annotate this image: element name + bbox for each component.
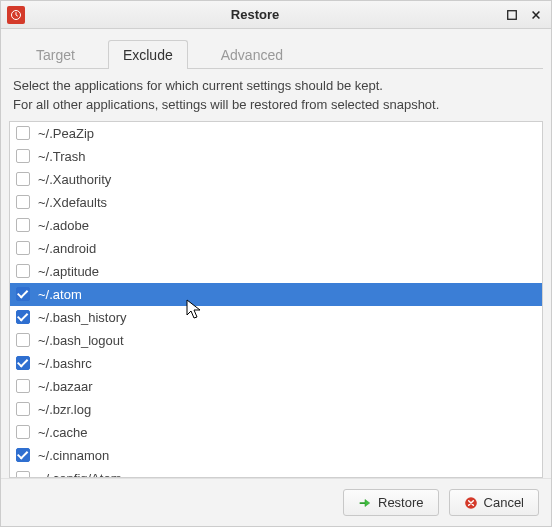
content-area: TargetExcludeAdvanced Select the applica… [1,29,551,478]
list-item-label: ~/.atom [38,287,82,302]
dialog-footer: Restore Cancel [1,478,551,526]
list-item[interactable]: ~/.config/Atom [10,467,542,477]
list-item[interactable]: ~/.PeaZip [10,122,542,145]
cancel-button[interactable]: Cancel [449,489,539,516]
checkbox[interactable] [16,425,30,439]
cancel-button-label: Cancel [484,495,524,510]
list-item-label: ~/.Xauthority [38,172,111,187]
exclude-list-scroll[interactable]: ~/.PeaZip~/.Trash~/.Xauthority~/.Xdefaul… [10,122,542,477]
maximize-icon[interactable] [503,6,521,24]
list-item[interactable]: ~/.bash_history [10,306,542,329]
checkbox[interactable] [16,126,30,140]
list-item-label: ~/.Trash [38,149,86,164]
tab-target[interactable]: Target [21,40,90,69]
list-item-label: ~/.PeaZip [38,126,94,141]
checkbox[interactable] [16,149,30,163]
restore-window: Restore TargetExcludeAdvanced Select the… [0,0,552,527]
tab-advanced[interactable]: Advanced [206,40,298,69]
window-title: Restore [7,7,503,22]
list-item-label: ~/.cinnamon [38,448,109,463]
list-item[interactable]: ~/.atom [10,283,542,306]
list-item[interactable]: ~/.Xdefaults [10,191,542,214]
checkbox[interactable] [16,402,30,416]
list-item-label: ~/.config/Atom [38,471,121,477]
list-item[interactable]: ~/.bzr.log [10,398,542,421]
checkbox[interactable] [16,287,30,301]
list-item[interactable]: ~/.bashrc [10,352,542,375]
checkbox[interactable] [16,310,30,324]
checkbox[interactable] [16,448,30,462]
list-item-label: ~/.bash_history [38,310,127,325]
list-item-label: ~/.bzr.log [38,402,91,417]
list-item-label: ~/.bashrc [38,356,92,371]
checkbox[interactable] [16,333,30,347]
list-item[interactable]: ~/.adobe [10,214,542,237]
list-item-label: ~/.aptitude [38,264,99,279]
list-item[interactable]: ~/.cache [10,421,542,444]
checkbox[interactable] [16,356,30,370]
list-item[interactable]: ~/.cinnamon [10,444,542,467]
checkbox[interactable] [16,241,30,255]
checkbox[interactable] [16,218,30,232]
restore-button[interactable]: Restore [343,489,439,516]
window-controls [503,6,545,24]
checkbox[interactable] [16,264,30,278]
checkbox[interactable] [16,172,30,186]
list-item-label: ~/.bash_logout [38,333,124,348]
checkbox[interactable] [16,379,30,393]
restore-button-label: Restore [378,495,424,510]
close-icon[interactable] [527,6,545,24]
instruction-line: Select the applications for which curren… [13,77,539,96]
list-item[interactable]: ~/.Trash [10,145,542,168]
cancel-icon [464,496,478,510]
tab-bar: TargetExcludeAdvanced [9,35,543,68]
list-item-label: ~/.adobe [38,218,89,233]
checkbox[interactable] [16,471,30,477]
list-item-label: ~/.bazaar [38,379,93,394]
checkbox[interactable] [16,195,30,209]
instructions: Select the applications for which curren… [9,75,543,121]
tab-exclude[interactable]: Exclude [108,40,188,69]
list-item[interactable]: ~/.aptitude [10,260,542,283]
list-item[interactable]: ~/.Xauthority [10,168,542,191]
list-item[interactable]: ~/.android [10,237,542,260]
exclude-list: ~/.PeaZip~/.Trash~/.Xauthority~/.Xdefaul… [9,121,543,478]
instruction-line: For all other applications, settings wil… [13,96,539,115]
list-item[interactable]: ~/.bazaar [10,375,542,398]
svg-rect-1 [508,10,517,19]
list-item-label: ~/.cache [38,425,88,440]
list-item-label: ~/.android [38,241,96,256]
list-item[interactable]: ~/.bash_logout [10,329,542,352]
list-item-label: ~/.Xdefaults [38,195,107,210]
arrow-right-icon [358,496,372,510]
titlebar: Restore [1,1,551,29]
